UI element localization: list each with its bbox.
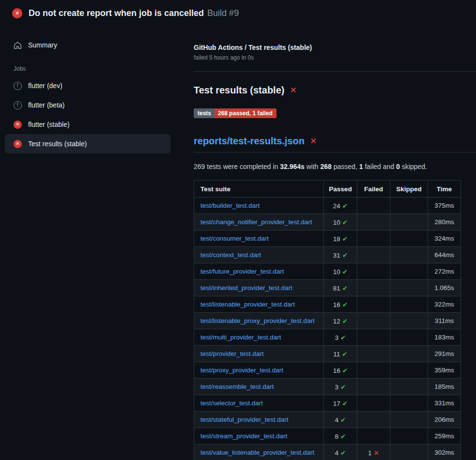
test-suite-link[interactable]: test/provider_test.dart (200, 350, 264, 357)
test-suite-link[interactable]: test/reassemble_test.dart (200, 383, 274, 390)
test-suite-cell: test/consumer_test.dart (194, 230, 324, 247)
test-suite-link[interactable]: test/stream_provider_test.dart (200, 432, 287, 440)
x-circle-icon: ✕ (14, 121, 22, 129)
time-cell: 324ms (428, 230, 461, 247)
summary-bold-segment: 1 (359, 163, 363, 170)
sidebar-item-summary[interactable]: Summary (5, 35, 170, 55)
summary-bold-segment: 0 (396, 163, 400, 170)
test-suite-link[interactable]: test/stateful_provider_test.dart (200, 416, 289, 423)
check-icon: ✔ (340, 334, 346, 341)
skipped-cell (390, 412, 428, 428)
test-suite-cell: test/inherited_provider_test.dart (194, 280, 324, 296)
alert-circle-icon: ! (14, 101, 22, 109)
skipped-cell (390, 230, 428, 247)
table-row: test/reassemble_test.dart3✔185ms (194, 379, 461, 395)
skipped-cell (390, 313, 428, 329)
jobs-heading: Jobs (14, 65, 170, 72)
summary-bold-segment: 268 (321, 163, 332, 170)
test-suite-link[interactable]: test/context_test.dart (200, 251, 261, 259)
test-suite-cell: test/proxy_provider_test.dart (194, 362, 324, 379)
check-icon: ✔ (340, 383, 346, 391)
passed-cell: 3✔ (324, 379, 357, 395)
table-row: test/consumer_test.dart18✔324ms (194, 230, 461, 247)
time-cell: 375ms (428, 198, 461, 214)
sidebar-item-test-results-stable[interactable]: ✕Test results (stable) (5, 134, 170, 153)
time-cell: 183ms (428, 329, 461, 346)
test-suite-link[interactable]: test/change_notifier_provider_test.dart (200, 218, 312, 226)
check-icon: ✔ (342, 400, 348, 407)
table-row: test/inherited_provider_test.dart81✔1.06… (194, 280, 461, 296)
sidebar: Summary Jobs !flutter (dev)!flutter (bet… (0, 26, 190, 153)
failed-cell (357, 428, 390, 445)
table-row: test/proxy_provider_test.dart16✔359ms (194, 362, 461, 379)
test-suite-link[interactable]: test/future_provider_test.dart (200, 268, 284, 275)
failed-x-icon: ✕ (310, 137, 317, 145)
skipped-cell (390, 379, 428, 395)
check-icon: ✔ (342, 318, 348, 325)
test-suite-cell: test/provider_test.dart (194, 346, 324, 362)
divider (194, 71, 476, 72)
time-cell: 291ms (428, 346, 461, 362)
home-icon (14, 41, 22, 49)
time-cell: 259ms (428, 428, 461, 445)
skipped-cell (390, 296, 428, 313)
skipped-cell (390, 247, 428, 263)
passed-cell: 8✔ (324, 428, 357, 445)
failed-cell (357, 379, 390, 395)
skipped-cell (390, 214, 428, 230)
check-icon: ✔ (340, 416, 346, 424)
test-suite-link[interactable]: test/selector_test.dart (200, 399, 263, 407)
results-table: Test suitePassedFailedSkippedTime test/b… (194, 180, 461, 460)
failed-cell (357, 198, 390, 214)
test-suite-link[interactable]: test/value_listenable_provider_test.dart (200, 449, 314, 456)
skipped-cell (390, 329, 428, 346)
sidebar-item-flutter-beta[interactable]: !flutter (beta) (5, 95, 170, 115)
sidebar-item-flutter-stable[interactable]: ✕flutter (stable) (5, 115, 170, 134)
build-header: ✕ Do not create report when job is cance… (0, 0, 476, 26)
check-icon: ✔ (342, 367, 348, 374)
build-number: Build #9 (207, 8, 239, 18)
time-cell: 206ms (428, 412, 461, 428)
skipped-cell (390, 362, 428, 379)
passed-cell: 16✔ (324, 296, 357, 313)
failed-cell (357, 412, 390, 428)
check-icon: ✔ (342, 202, 348, 210)
table-row: test/listenable_provider_test.dart16✔322… (194, 296, 461, 313)
summary-segment: failed and (363, 163, 397, 170)
passed-cell: 12✔ (324, 313, 357, 329)
results-table-header-row: Test suitePassedFailedSkippedTime (194, 181, 461, 198)
test-suite-link[interactable]: test/builder_test.dart (200, 202, 260, 209)
table-row: test/selector_test.dart17✔331ms (194, 395, 461, 412)
test-suite-link[interactable]: test/inherited_provider_test.dart (200, 284, 292, 291)
alert-circle-icon: ! (14, 82, 22, 90)
check-icon: ✔ (342, 285, 348, 292)
failed-cell (357, 313, 390, 329)
test-suite-cell: test/change_notifier_provider_test.dart (194, 214, 324, 230)
column-header-passed: Passed (324, 181, 357, 198)
sidebar-item-flutter-dev[interactable]: !flutter (dev) (5, 76, 170, 95)
test-suite-link[interactable]: test/consumer_test.dart (200, 235, 269, 242)
failed-cell (357, 247, 390, 263)
section-heading: Test results (stable) ✕ (194, 85, 476, 96)
test-suite-cell: test/value_listenable_provider_test.dart (194, 445, 324, 460)
report-file-link[interactable]: reports/test-results.json (194, 136, 305, 147)
summary-segment: passed, (332, 163, 359, 170)
failed-cell (357, 395, 390, 412)
test-suite-link[interactable]: test/proxy_provider_test.dart (200, 367, 283, 374)
skipped-cell (390, 280, 428, 296)
test-suite-link[interactable]: test/multi_provider_test.dart (200, 334, 281, 341)
passed-cell: 81✔ (324, 280, 357, 296)
test-suite-cell: test/listenable_provider_test.dart (194, 296, 324, 313)
column-header-failed: Failed (357, 181, 390, 198)
failed-cell (357, 263, 390, 280)
table-row: test/stream_provider_test.dart8✔259ms (194, 428, 461, 445)
build-title: Do not create report when job is cancell… (29, 8, 204, 18)
sidebar-item-label: flutter (stable) (28, 121, 70, 128)
test-suite-cell: test/listenable_proxy_provider_test.dart (194, 313, 324, 329)
skipped-cell (390, 198, 428, 214)
test-suite-link[interactable]: test/listenable_provider_test.dart (200, 301, 295, 308)
table-row: test/value_listenable_provider_test.dart… (194, 445, 461, 460)
test-suite-link[interactable]: test/listenable_proxy_provider_test.dart (200, 317, 315, 324)
summary-line: 269 tests were completed in 32.964s with… (194, 163, 476, 170)
passed-cell: 16✔ (324, 362, 357, 379)
